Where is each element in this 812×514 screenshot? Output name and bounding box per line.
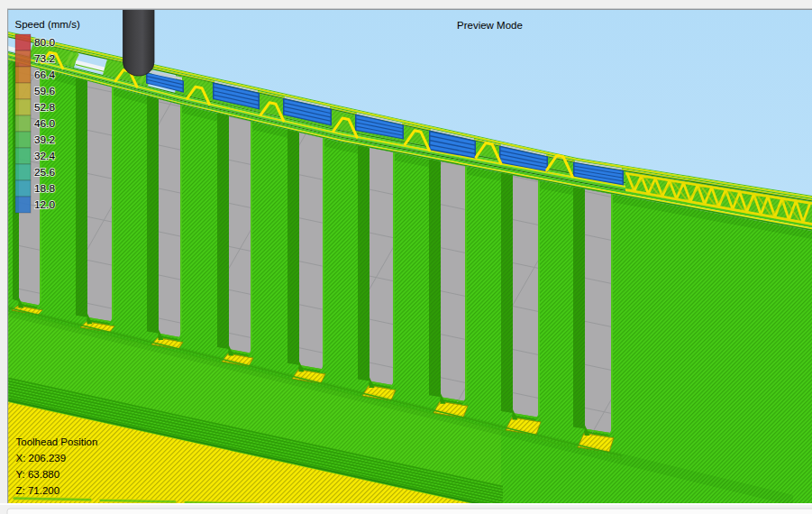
svg-text:12.0: 12.0	[34, 198, 55, 211]
svg-text:Speed (mm/s): Speed (mm/s)	[15, 19, 80, 30]
svg-text:46.0: 46.0	[34, 117, 55, 130]
svg-text:25.6: 25.6	[34, 166, 55, 179]
svg-text:Toolhead Position: Toolhead Position	[16, 436, 98, 447]
svg-text:32.4: 32.4	[34, 150, 55, 162]
svg-text:73.2: 73.2	[34, 52, 55, 65]
svg-text:66.4: 66.4	[34, 69, 55, 81]
svg-text:39.2: 39.2	[34, 133, 55, 146]
svg-text:X: 206.239: X: 206.239	[16, 453, 67, 464]
svg-text:Y: 63.880: Y: 63.880	[16, 469, 60, 480]
svg-text:59.6: 59.6	[34, 85, 55, 97]
svg-text:80.0: 80.0	[34, 36, 55, 49]
svg-text:Z: 71.200: Z: 71.200	[16, 485, 60, 496]
svg-text:Preview Mode: Preview Mode	[457, 20, 523, 31]
svg-text:18.8: 18.8	[34, 182, 55, 195]
svg-text:52.8: 52.8	[34, 101, 55, 114]
